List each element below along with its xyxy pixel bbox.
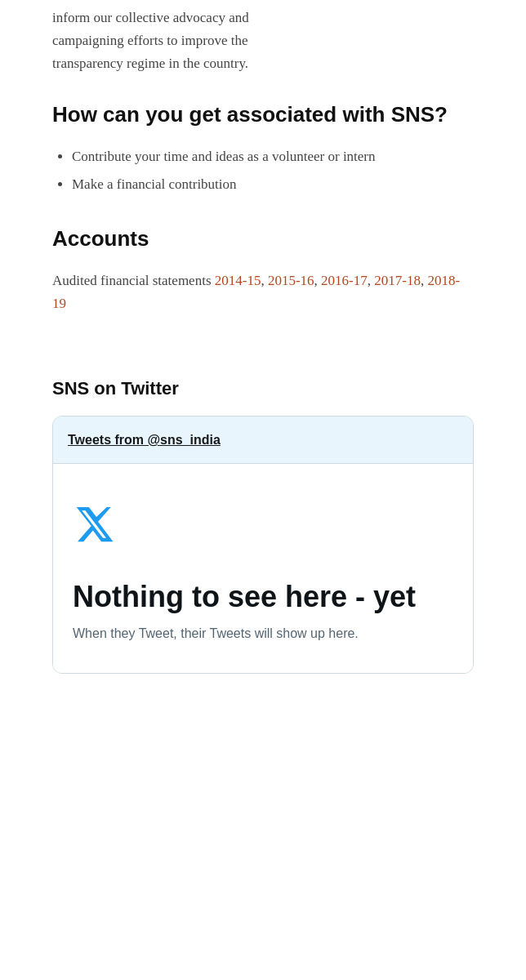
intro-line2: campaigning efforts to improve the bbox=[52, 33, 248, 48]
twitter-section: SNS on Twitter Tweets from @sns_india No… bbox=[52, 374, 474, 674]
twitter-x-logo bbox=[73, 503, 115, 553]
accounts-text: Audited financial statements 2014-15, 20… bbox=[52, 270, 474, 315]
association-heading: How can you get associated with SNS? bbox=[52, 101, 474, 129]
twitter-nothing-heading: Nothing to see here - yet bbox=[73, 579, 416, 614]
list-item: Make a financial contribution bbox=[72, 173, 474, 196]
twitter-widget: Tweets from @sns_india Nothing to see he… bbox=[52, 416, 474, 674]
twitter-section-heading: SNS on Twitter bbox=[52, 374, 474, 403]
account-link-2016-17[interactable]: 2016-17 bbox=[321, 273, 368, 288]
account-link-2017-18[interactable]: 2017-18 bbox=[374, 273, 421, 288]
accounts-heading: Accounts bbox=[52, 225, 474, 253]
twitter-widget-body: Nothing to see here - yet When they Twee… bbox=[53, 464, 473, 673]
twitter-widget-header: Tweets from @sns_india bbox=[53, 416, 473, 464]
intro-text: inform our collective advocacy and campa… bbox=[52, 0, 474, 75]
association-section: How can you get associated with SNS? Con… bbox=[52, 101, 474, 196]
twitter-widget-header-link[interactable]: Tweets from @sns_india bbox=[68, 433, 221, 447]
intro-line1: inform our collective advocacy and bbox=[52, 10, 249, 25]
intro-line3: transparency regime in the country. bbox=[52, 56, 248, 71]
account-link-2015-16[interactable]: 2015-16 bbox=[268, 273, 314, 288]
list-item: Contribute your time and ideas as a volu… bbox=[72, 145, 474, 168]
accounts-section: Accounts Audited financial statements 20… bbox=[52, 225, 474, 315]
account-link-2014-15[interactable]: 2014-15 bbox=[215, 273, 261, 288]
twitter-nothing-subtext: When they Tweet, their Tweets will show … bbox=[73, 624, 359, 644]
association-list: Contribute your time and ideas as a volu… bbox=[52, 145, 474, 196]
